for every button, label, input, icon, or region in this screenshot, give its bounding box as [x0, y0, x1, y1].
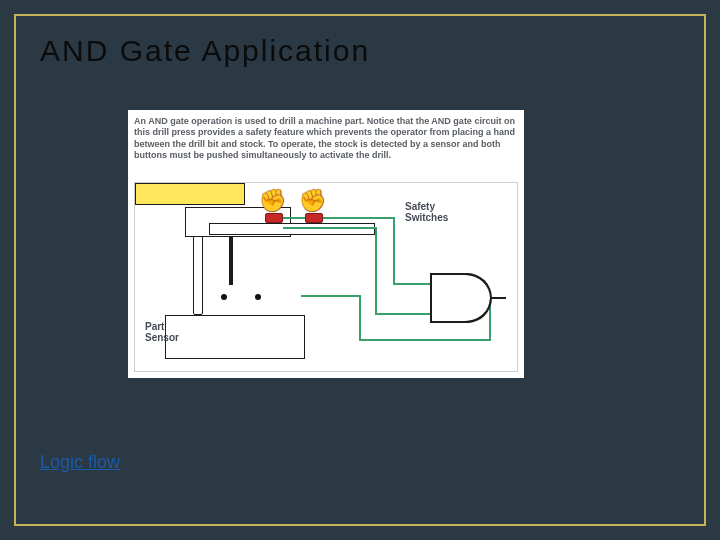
figure-description: An AND gate operation is used to drill a… — [134, 116, 518, 161]
wire — [283, 217, 305, 219]
wire — [375, 313, 430, 315]
wire — [359, 295, 361, 341]
diagram-stage: ✊ ✊ Safety Switches Part Sensor — [134, 182, 518, 372]
wire — [323, 217, 395, 219]
fist-icon: ✊ — [259, 188, 286, 214]
safety-button-2 — [305, 213, 323, 223]
wire — [359, 339, 491, 341]
fist-icon: ✊ — [299, 188, 326, 214]
sensor-dot-icon — [221, 294, 227, 300]
and-gate-icon — [430, 273, 490, 323]
wire — [393, 283, 430, 285]
sensor-dot-icon — [255, 294, 261, 300]
gate-output-wire — [490, 297, 506, 299]
label-safety-switches: Safety Switches — [405, 201, 475, 223]
logic-flow-link[interactable]: Logic flow — [40, 452, 120, 473]
slide-title: AND Gate Application — [40, 34, 370, 68]
wire — [301, 295, 361, 297]
drill-crossbar — [209, 223, 375, 235]
drill-bit — [229, 237, 233, 285]
wire — [375, 227, 377, 315]
wire — [393, 217, 395, 285]
diagram-figure: An AND gate operation is used to drill a… — [128, 110, 524, 378]
stock-piece — [135, 183, 245, 205]
wire — [283, 227, 377, 229]
label-part-sensor: Part Sensor — [145, 321, 195, 343]
safety-button-1 — [265, 213, 283, 223]
